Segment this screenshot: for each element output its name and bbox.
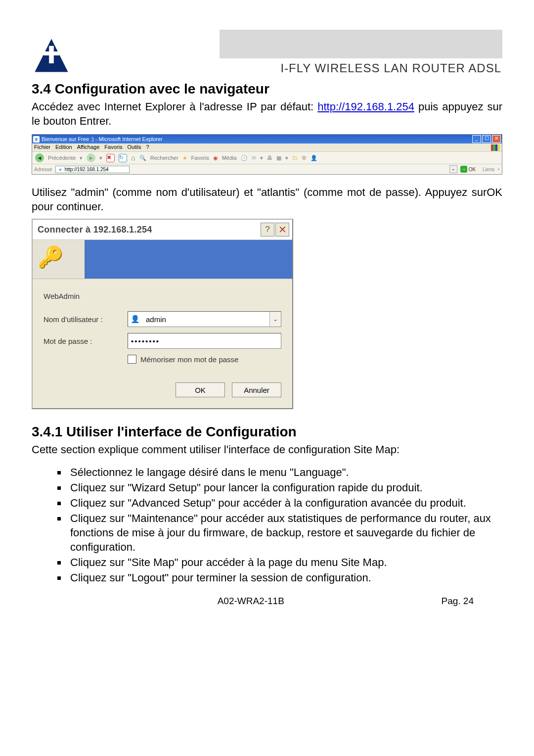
password-input[interactable] [128,335,281,347]
list-item: Cliquez sur "Maintenance" pour accéder a… [67,511,502,554]
msn-icon[interactable]: 👤 [311,155,317,161]
links-label[interactable]: Liens [483,167,494,172]
ie-address-bar: Adresse e http://192.168.1.254 ⌄ → OK Li… [32,164,502,174]
bullet-list: Sélectionnez le langage désiré dans le m… [32,465,502,585]
product-title: I-FLY WIRELESS LAN ROUTER ADSL [220,58,502,75]
section-heading: 3.4 Configuration avec le navigateur [32,81,502,97]
password-field[interactable] [128,333,281,349]
edit-icon[interactable]: ▦ [276,155,281,161]
minimize-icon[interactable]: _ [472,135,481,143]
search-label[interactable]: Rechercher [150,155,178,161]
username-label: Nom d'utilisateur : [44,315,128,324]
go-button-icon[interactable]: → [460,166,467,173]
history-icon[interactable]: 🕓 [241,155,248,161]
header-gray-band [220,30,502,58]
dialog-titlebar: Connecter à 192.168.1.254 ? ✕ [33,220,292,240]
back-icon[interactable]: ◄ [35,153,44,162]
cancel-button[interactable]: Annuler [232,382,281,397]
windows-flag-icon [491,144,500,151]
list-item: Cliquez sur "Logout" pour terminer la se… [67,570,502,585]
list-item: Cliquez sur "Wizard Setup" pour lancer l… [67,480,502,495]
remember-checkbox[interactable] [128,355,136,364]
folder-icon[interactable]: 🗀 [292,155,298,161]
address-value: http://192.168.1.254 [65,167,109,172]
username-field[interactable]: 👤 ⌄ [128,311,281,327]
forward-icon[interactable]: ► [87,153,95,162]
model-number: A02-WRA2-11B [218,596,284,607]
subsection-heading: 3.4.1 Utiliser l'interface de Configurat… [32,424,502,440]
list-item: Sélectionnez le langage désiré dans le m… [67,465,502,479]
ie-screenshot: e Bienvenue sur Free :) - Microsoft Inte… [32,134,502,175]
ok-button[interactable]: OK [176,382,225,397]
print-icon[interactable]: 🖶 [267,155,272,161]
address-label: Adresse [34,167,52,172]
ie-titlebar: e Bienvenue sur Free :) - Microsoft Inte… [32,135,502,143]
menu-help[interactable]: ? [146,144,149,151]
menu-edition[interactable]: Edition [55,144,72,151]
home-icon[interactable]: ⌂ [131,154,135,162]
brand-logo-icon [32,36,71,75]
realm-label: WebAdmin [44,292,281,300]
page-footer: A02-WRA2-11B Pag. 24 [32,596,502,607]
page-header: I-FLY WIRELESS LAN ROUTER ADSL [32,30,502,75]
help-icon[interactable]: ? [261,223,274,236]
intro-pre: Accédez avec Internet Explorer à l'adres… [32,100,317,113]
dialog-banner: 🔑 [33,240,292,279]
ie-window-title: Bienvenue sur Free :) - Microsoft Intern… [42,136,163,142]
media-label[interactable]: Média [222,155,237,161]
ie-menubar: Fichier Edition Affichage Favoris Outils… [32,143,502,151]
menu-affichage[interactable]: Affichage [77,144,100,151]
intro-paragraph: Accédez avec Internet Explorer à l'adres… [32,100,502,128]
list-item: Cliquez sur "Site Map" pour accéder à la… [67,555,502,569]
refresh-icon[interactable]: ↻ [119,154,127,162]
user-icon: 👤 [131,315,140,324]
username-dropdown-icon[interactable]: ⌄ [269,312,281,327]
dialog-close-icon[interactable]: ✕ [275,223,289,236]
keys-icon: 🔑 [38,245,63,269]
stop-icon[interactable]: ✖ [106,154,115,162]
credentials-paragraph: Utilisez "admin" (comme nom d'utilisateu… [32,186,502,214]
router-ip-link[interactable]: http://192.168.1.254 [317,100,414,113]
ie-toolbar: ◄ Précédente ▾ ► ▾ ✖ ↻ ⌂ 🔍Rechercher ★Fa… [32,151,502,164]
close-icon[interactable]: ✕ [492,135,501,143]
list-item: Cliquez sur "Advanced Setup" pour accéde… [67,496,502,510]
maximize-icon[interactable]: ☐ [482,135,491,143]
favorites-icon[interactable]: ★ [182,155,187,161]
remember-label: Mémoriser mon mot de passe [140,355,238,364]
menu-favoris[interactable]: Favoris [104,144,122,151]
ie-logo-icon: e [33,136,40,142]
page-number: Pag. 24 [441,596,474,607]
login-dialog: Connecter à 192.168.1.254 ? ✕ 🔑 WebAdmin… [32,219,293,409]
mail-icon[interactable]: ✉ [252,155,256,161]
menu-fichier[interactable]: Fichier [34,144,50,151]
menu-outils[interactable]: Outils [127,144,141,151]
username-input[interactable] [143,313,269,326]
password-label: Mot de passe : [44,337,128,345]
go-label: OK [469,167,476,172]
dialog-title: Connecter à 192.168.1.254 [38,225,152,235]
address-input[interactable]: e http://192.168.1.254 [55,166,130,173]
tool-icon[interactable]: ⚙ [302,155,307,161]
address-dropdown-icon[interactable]: ⌄ [449,165,457,173]
back-label: Précédente [48,155,76,161]
subsection-intro: Cette section explique comment utiliser … [32,443,502,457]
svg-rect-2 [49,46,54,63]
